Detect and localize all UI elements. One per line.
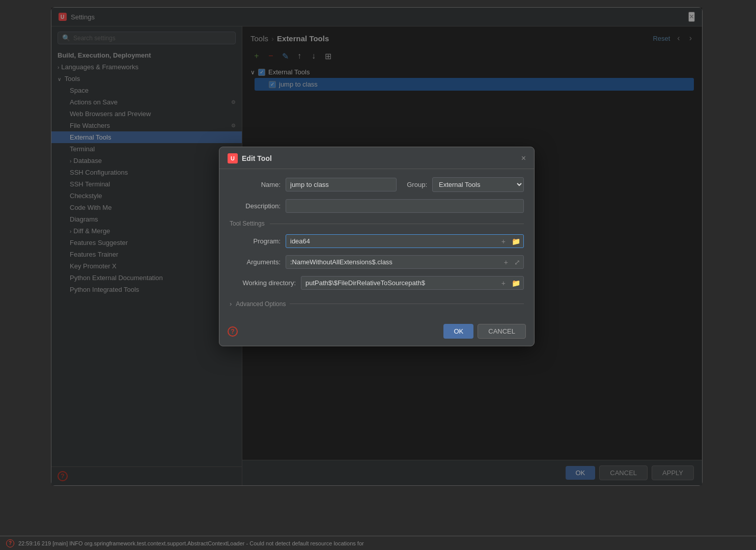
modal-title: Edit Tool [242,154,517,162]
edit-tool-modal: U Edit Tool × Name: Group: External Tool… [219,147,535,346]
arguments-label: Arguments: [230,258,281,266]
advanced-label: Advanced Options [236,300,286,308]
settings-window: U Settings × 🔍 Build, Execution, Deploym… [51,7,703,486]
working-dir-input[interactable] [301,277,498,289]
name-label: Name: [230,181,281,188]
section-line [270,224,524,224]
name-group-row: Name: Group: External Tools [230,177,524,192]
modal-title-bar: U Edit Tool × [219,147,534,169]
working-dir-add-var-button[interactable]: + [498,277,509,289]
modal-cancel-button[interactable]: CANCEL [478,324,526,339]
modal-ok-button[interactable]: OK [443,324,473,339]
description-input[interactable] [286,199,524,213]
working-dir-input-group: + 📁 [301,276,524,290]
program-add-var-button[interactable]: + [498,235,509,248]
status-bar: ? 22:59:16 219 [main] INFO org.springfra… [0,536,756,550]
program-input-group: + 📁 [286,234,524,248]
group-select[interactable]: External Tools [432,177,524,192]
name-input[interactable] [286,178,397,191]
program-row: Program: + 📁 [230,234,524,248]
modal-footer: ? OK CANCEL [219,319,534,346]
modal-footer-buttons: OK CANCEL [443,324,526,339]
program-browse-button[interactable]: 📁 [509,235,523,248]
arguments-input-group: + ⤢ [286,255,524,269]
program-label: Program: [230,237,281,245]
modal-body: Name: Group: External Tools Description:… [219,169,534,319]
arguments-expand-button[interactable]: ⤢ [511,256,523,268]
arguments-add-var-button[interactable]: + [501,256,511,268]
group-label: Group: [402,181,427,188]
tool-settings-label: Tool Settings [230,220,265,227]
status-text: 22:59:16 219 [main] INFO org.springframe… [18,540,364,546]
advanced-line [290,304,524,304]
description-row: Description: [230,199,524,213]
status-help-icon[interactable]: ? [6,539,14,547]
program-input[interactable] [286,235,498,248]
working-dir-row: Working directory: + 📁 [230,276,524,290]
working-dir-browse-button[interactable]: 📁 [509,277,523,289]
modal-help-icon[interactable]: ? [228,326,238,337]
modal-overlay: U Edit Tool × Name: Group: External Tool… [51,8,702,485]
advanced-options-row[interactable]: › Advanced Options [230,297,524,311]
arguments-input[interactable] [286,256,501,268]
modal-close-button[interactable]: × [521,154,526,163]
modal-app-icon: U [228,153,238,163]
working-dir-label: Working directory: [230,279,296,287]
description-label: Description: [230,202,281,210]
tool-settings-divider: Tool Settings [230,220,524,227]
advanced-expand-icon: › [230,300,232,308]
arguments-row: Arguments: + ⤢ [230,255,524,269]
